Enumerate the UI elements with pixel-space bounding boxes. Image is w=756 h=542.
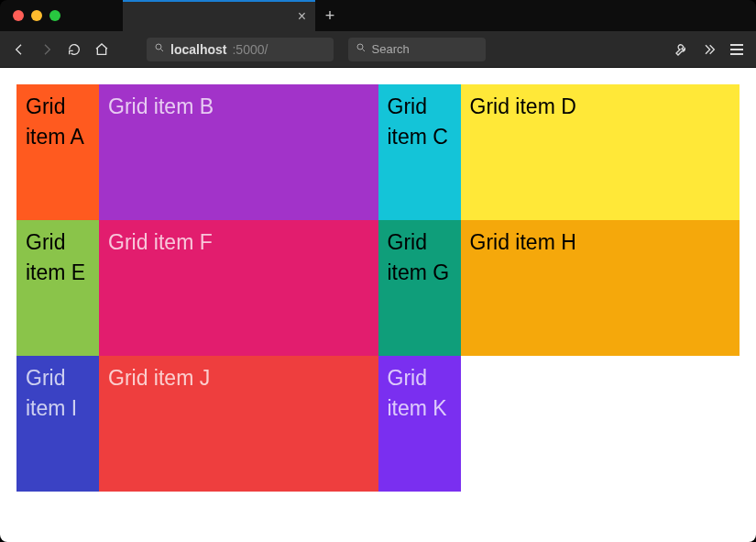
address-bar[interactable]: localhost:5000/ <box>147 38 334 61</box>
hamburger-icon <box>730 44 743 55</box>
forward-button[interactable] <box>37 39 57 60</box>
close-tab-icon[interactable]: × <box>298 9 306 24</box>
url-host: localhost <box>170 42 226 57</box>
svg-point-0 <box>156 44 161 50</box>
back-button[interactable] <box>9 39 29 60</box>
reload-button[interactable] <box>64 39 84 60</box>
search-box[interactable]: Search <box>348 38 486 61</box>
wrench-icon <box>674 42 689 57</box>
grid-item-e: Grid item E <box>16 220 99 356</box>
tab-strip: × + <box>0 0 756 31</box>
search-icon <box>154 42 165 56</box>
home-icon <box>94 42 109 57</box>
window-controls <box>13 0 77 31</box>
grid-item-f: Grid item F <box>99 220 378 356</box>
toolbar: localhost:5000/ Search <box>0 31 756 68</box>
maximize-window-button[interactable] <box>49 10 60 21</box>
browser-window: × + localhost:5000/ Search <box>0 0 756 542</box>
reload-icon <box>67 42 82 57</box>
url-path: :5000/ <box>232 42 268 57</box>
css-grid-demo: Grid item A Grid item B Grid item C Grid… <box>16 84 740 492</box>
minimize-window-button[interactable] <box>31 10 42 21</box>
menu-button[interactable] <box>727 39 747 60</box>
svg-point-1 <box>357 44 363 50</box>
chevron-double-right-icon <box>702 42 717 57</box>
grid-item-j: Grid item J <box>99 356 378 492</box>
arrow-left-icon <box>12 42 27 57</box>
overflow-button[interactable] <box>699 39 719 60</box>
browser-tab[interactable]: × <box>123 0 315 31</box>
grid-item-h: Grid item H <box>461 220 740 356</box>
grid-item-i: Grid item I <box>16 356 99 492</box>
search-placeholder: Search <box>372 42 410 56</box>
grid-item-b: Grid item B <box>99 84 378 220</box>
new-tab-button[interactable]: + <box>315 0 345 31</box>
grid-item-k: Grid item K <box>378 356 461 492</box>
search-icon <box>356 42 367 56</box>
plus-icon: + <box>325 6 335 26</box>
devtools-button[interactable] <box>672 39 692 60</box>
page-viewport: Grid item A Grid item B Grid item C Grid… <box>0 68 756 542</box>
grid-item-d: Grid item D <box>461 84 740 220</box>
grid-item-empty <box>461 356 740 492</box>
home-button[interactable] <box>92 39 112 60</box>
arrow-right-icon <box>39 42 54 57</box>
grid-item-g: Grid item G <box>378 220 461 356</box>
close-window-button[interactable] <box>13 10 24 21</box>
grid-item-c: Grid item C <box>378 84 461 220</box>
grid-item-a: Grid item A <box>16 84 99 220</box>
